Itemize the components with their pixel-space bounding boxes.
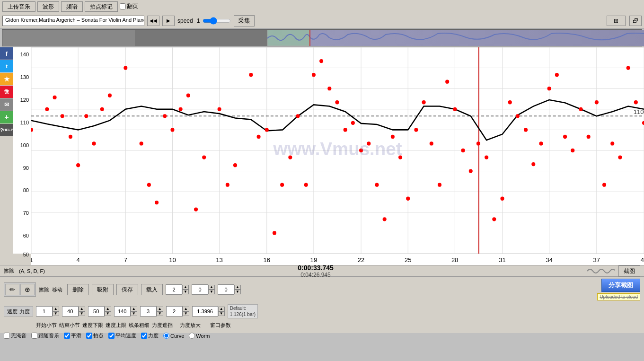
restore-button[interactable]: 🗗 [629,16,642,26]
speed-slider[interactable] [203,17,231,25]
worm-radio[interactable] [189,333,195,339]
start-bar-label: 开始小节 [35,322,58,329]
prev-button[interactable]: ◀◀ [147,16,159,26]
downbeat-up-btn[interactable]: ▲ [208,285,215,290]
facebook-icon[interactable]: f [0,47,13,60]
beats-down-btn[interactable]: ▼ [182,290,189,294]
svg-point-76 [445,80,449,84]
svg-point-41 [155,201,159,204]
forceamp-up-btn[interactable]: ▲ [218,307,225,311]
speedlower-up-btn[interactable]: ▲ [105,307,111,311]
weibo-icon[interactable]: 微 [0,86,13,98]
downbeat-down-btn[interactable]: ▼ [208,290,215,294]
svg-point-45 [186,94,190,97]
svg-text:16: 16 [263,256,270,264]
curve-radio[interactable] [163,333,169,339]
svg-point-68 [383,217,387,221]
no-silence-checkbox-label[interactable]: 无淹音 [4,332,26,339]
svg-point-29 [45,107,49,111]
barshift-up-btn[interactable]: ▲ [234,285,241,290]
waveform-button[interactable]: 波形 [37,1,59,12]
total-time: 0:04:26.945 [298,272,334,278]
beats-per-bar-input[interactable] [166,284,182,295]
svg-point-59 [312,73,316,77]
svg-text:10: 10 [169,256,176,264]
y-label-110: 110 [20,120,29,125]
import-button[interactable]: 载入 [141,284,163,295]
email-icon[interactable]: ✉ [0,98,13,111]
follow-music-checkbox[interactable] [31,333,37,339]
speedupper-up-btn[interactable]: ▲ [131,307,137,311]
speed-lower-input[interactable] [88,306,105,317]
downbeat-group: ▲▼ [192,284,215,295]
waveform-display[interactable] [267,30,644,46]
linethick-down-btn[interactable]: ▼ [157,311,163,316]
beats-up-btn[interactable]: ▲ [182,285,189,290]
force-checkbox[interactable] [141,333,147,339]
speed-force-label: 速度-力度 [4,306,33,317]
waveform-area[interactable] [2,29,642,46]
force-checkbox-label[interactable]: 力度 [141,332,159,339]
commit-button[interactable]: 采集 [234,15,255,26]
save-button[interactable]: 保存 [116,284,138,295]
forcesmooth-down-btn[interactable]: ▼ [183,311,189,316]
force-smooth-input[interactable] [166,306,183,317]
follow-music-checkbox-label[interactable]: 跟随音乐 [31,332,59,339]
manual-mark-keys: (A, S, D, F) [19,268,45,274]
add-icon[interactable]: + [0,111,13,123]
svg-point-88 [539,141,543,145]
share-screenshot-button[interactable]: 分享截图 [601,279,640,292]
smooth-checkbox-label[interactable]: 平滑 [64,332,81,339]
eraser-icon[interactable]: ✏ [5,284,19,295]
svg-point-96 [602,183,606,187]
end-bar-input[interactable] [62,306,79,317]
page-turn-checkbox-label[interactable]: 翻页 [120,2,138,10]
wave-icon [586,266,615,276]
upload-music-button[interactable]: 上传音乐 [2,1,35,12]
forceamp-down-btn[interactable]: ▼ [218,311,225,316]
bar-shift-input[interactable] [218,284,234,295]
star-icon[interactable]: ★ [0,73,13,85]
no-silence-checkbox[interactable] [4,333,10,339]
beat-marker-button[interactable]: 拍点标记 [85,1,118,12]
speed-lower-group: ▲▼ [88,306,111,317]
screenshot-top-button[interactable]: ⊞ [607,16,626,26]
speedlower-down-btn[interactable]: ▼ [105,311,111,316]
avg-speed-checkbox-label[interactable]: 平均速度 [108,332,136,339]
beat-point-checkbox-label[interactable]: 拍点 [86,332,104,339]
beat-point-checkbox[interactable] [86,333,92,339]
force-amplify-input[interactable] [192,306,218,317]
svg-point-62 [335,100,339,104]
endbar-down-btn[interactable]: ▼ [79,311,85,316]
move-icon[interactable]: ⊕ [20,284,35,295]
downbeat-input[interactable] [192,284,208,295]
smooth-checkbox[interactable] [64,333,70,339]
start-bar-input[interactable] [36,306,53,317]
speed-upper-input[interactable] [114,306,131,317]
svg-point-52 [257,135,261,139]
startbar-down-btn[interactable]: ▼ [53,311,59,316]
frequency-button[interactable]: 频谱 [61,1,83,12]
playback-toolbar: Gidon Kremer,Martha Argerich – Sonata Fo… [0,13,644,28]
curve-radio-label[interactable]: Curve [163,333,184,339]
worm-radio-label[interactable]: Worm [189,333,210,339]
svg-point-38 [124,66,127,70]
absorb-button[interactable]: 吸附 [92,284,114,295]
delete-button[interactable]: 删除 [67,284,89,295]
chart-svg-area[interactable]: 110.2 [31,47,644,254]
avg-speed-checkbox[interactable] [108,333,115,339]
svg-point-44 [179,107,183,111]
linethick-up-btn[interactable]: ▲ [157,307,163,311]
play-button[interactable]: ▶ [162,16,175,26]
speedupper-down-btn[interactable]: ▼ [131,311,137,316]
endbar-up-btn[interactable]: ▲ [79,307,85,311]
barshift-down-btn[interactable]: ▼ [234,290,241,294]
twitter-icon[interactable]: t [0,60,13,72]
page-turn-checkbox[interactable] [120,3,126,9]
startbar-up-btn[interactable]: ▲ [53,307,59,311]
help-icon[interactable]: ?HELP [0,124,13,136]
forcesmooth-up-btn[interactable]: ▲ [183,307,189,311]
screenshot-button[interactable]: 截图 [618,265,640,277]
line-thickness-input[interactable] [140,306,157,317]
beats-per-bar-group: ▲▼ [166,284,189,295]
